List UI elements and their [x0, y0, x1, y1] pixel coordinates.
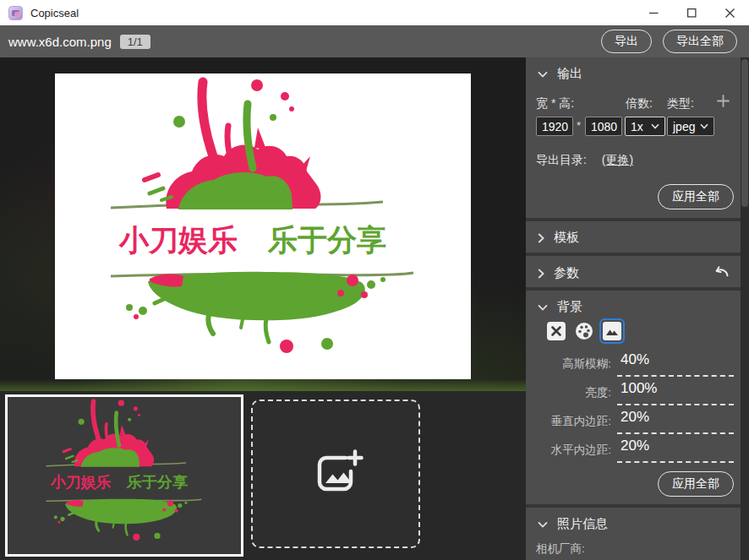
gaussian-blur-label: 高斯模糊: — [526, 356, 611, 372]
app-icon — [8, 6, 23, 20]
apply-all-background-button[interactable]: 应用全部 — [658, 471, 734, 497]
background-section-header[interactable]: 背景 — [538, 299, 730, 315]
vertical-padding-input[interactable]: 20% — [621, 409, 649, 426]
splatter-logo — [55, 73, 471, 379]
template-section-title: 模板 — [554, 230, 579, 246]
chevron-down-icon — [538, 304, 548, 311]
size-separator: * — [577, 119, 581, 132]
height-input[interactable] — [585, 117, 622, 136]
scrollbar-thumb[interactable] — [741, 59, 748, 207]
output-section-header[interactable]: 输出 — [538, 66, 730, 82]
chevron-down-icon — [538, 521, 548, 528]
brightness-input[interactable]: 100% — [621, 380, 657, 397]
maximize-icon — [687, 8, 697, 18]
close-icon — [725, 8, 735, 18]
palette-icon — [575, 322, 593, 340]
filmstrip — [0, 391, 526, 560]
reset-params-button[interactable] — [713, 264, 730, 282]
field-underline — [617, 461, 734, 463]
type-label: 类型: — [667, 96, 694, 111]
field-row: 亮度: 100% — [526, 378, 734, 405]
horizontal-padding-input[interactable]: 20% — [621, 438, 649, 454]
bg-color-button[interactable] — [575, 322, 593, 340]
add-output-button[interactable] — [717, 95, 730, 110]
format-select[interactable]: jpeg — [667, 117, 714, 136]
format-value: jpeg — [673, 120, 695, 133]
photo-image — [55, 73, 471, 379]
undo-icon — [713, 264, 730, 280]
title-bar: Copicseal — [0, 0, 749, 25]
sidebar-scrollbar[interactable] — [741, 57, 749, 560]
field-row: 水平内边距: 20% — [526, 436, 734, 463]
no-background-icon — [547, 322, 566, 340]
export-button[interactable]: 导出 — [601, 30, 652, 53]
field-underline — [617, 432, 734, 434]
vertical-padding-label: 垂直内边距: — [526, 414, 611, 429]
chevron-down-icon — [700, 123, 708, 129]
photo-info-section-header[interactable]: 照片信息 — [538, 516, 730, 532]
minimize-icon — [649, 8, 659, 18]
export-all-button[interactable]: 导出全部 — [663, 30, 737, 53]
photo-info-section-title: 照片信息 — [557, 516, 608, 532]
plus-icon — [717, 95, 730, 107]
field-underline — [617, 375, 734, 377]
field-underline — [617, 404, 734, 405]
minimize-button[interactable] — [635, 0, 673, 25]
params-section-header[interactable]: 参数 — [538, 264, 730, 282]
add-image-icon — [308, 447, 364, 501]
camera-maker-label: 相机厂商: — [536, 541, 585, 557]
chevron-right-icon — [538, 269, 544, 279]
change-dir-link[interactable]: (更换) — [602, 153, 633, 166]
brightness-label: 亮度: — [526, 385, 611, 400]
horizontal-padding-label: 水平内边距: — [526, 443, 611, 458]
settings-sidebar: 输出 宽 * 高: 倍数: 类型: * 1x jpeg 导 — [526, 57, 741, 560]
add-image-tile[interactable] — [251, 400, 420, 548]
width-input[interactable] — [536, 117, 573, 136]
template-section-header[interactable]: 模板 — [538, 230, 730, 246]
page-counter-badge: 1/1 — [120, 35, 150, 49]
current-filename: www.x6d.com.png — [8, 35, 112, 49]
section-params: 参数 — [526, 256, 741, 287]
preview-canvas — [0, 57, 526, 391]
section-background: 背景 — [526, 291, 741, 504]
toolbar: www.x6d.com.png 1/1 导出 导出全部 — [0, 25, 749, 57]
image-icon — [603, 322, 621, 340]
window-title: Copicseal — [30, 7, 79, 19]
multiplier-select[interactable]: 1x — [625, 117, 665, 136]
thumbnail-logo — [8, 397, 241, 554]
bg-none-button[interactable] — [547, 322, 566, 340]
export-dir-label: 导出目录: — [536, 153, 587, 166]
field-row: 高斯模糊: 40% — [526, 350, 734, 377]
bg-image-button[interactable] — [603, 322, 621, 340]
section-photo-info: 照片信息 相机厂商: — [526, 508, 741, 560]
maximize-button[interactable] — [673, 0, 711, 25]
thumbnail-item-selected[interactable] — [5, 394, 243, 557]
section-output: 输出 宽 * 高: 倍数: 类型: * 1x jpeg 导 — [526, 57, 741, 218]
output-section-title: 输出 — [557, 66, 582, 82]
size-label: 宽 * 高: — [536, 96, 574, 111]
section-template: 模板 — [526, 221, 741, 253]
app-window: 小刀娱乐 乐于分享 Copicseal — [0, 0, 749, 560]
field-row: 垂直内边距: 20% — [526, 407, 734, 434]
scale-label: 倍数: — [626, 96, 653, 111]
apply-all-output-button[interactable]: 应用全部 — [658, 184, 734, 209]
background-section-title: 背景 — [557, 299, 582, 315]
multiplier-value: 1x — [631, 120, 643, 133]
chevron-down-icon — [651, 123, 659, 129]
close-button[interactable] — [711, 0, 749, 25]
params-section-title: 参数 — [554, 265, 579, 281]
chevron-right-icon — [538, 233, 544, 243]
gaussian-blur-input[interactable]: 40% — [621, 351, 649, 368]
chevron-down-icon — [538, 71, 548, 78]
